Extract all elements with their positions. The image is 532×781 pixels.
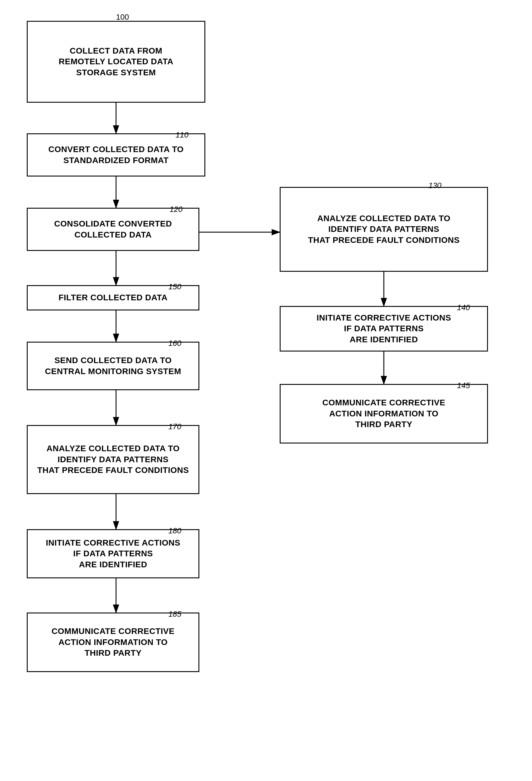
node-145-label: COMMUNICATE CORRECTIVE ACTION INFORMATIO… (322, 397, 445, 430)
node-160: SEND COLLECTED DATA TO CENTRAL MONITORIN… (27, 342, 200, 390)
node-110-label: CONVERT COLLECTED DATA TO STANDARDIZED F… (48, 144, 184, 166)
node-100: COLLECT DATA FROM REMOTELY LOCATED DATA … (27, 21, 205, 103)
label-160: 160 (168, 339, 181, 348)
label-180: 180 (168, 526, 181, 535)
node-140: INITIATE CORRECTIVE ACTIONS IF DATA PATT… (280, 306, 488, 352)
label-145: 145 (457, 381, 470, 390)
label-110: 110 (176, 130, 188, 139)
node-150-label: FILTER COLLECTED DATA (59, 292, 168, 303)
node-100-label: COLLECT DATA FROM REMOTELY LOCATED DATA … (59, 46, 173, 78)
node-145: COMMUNICATE CORRECTIVE ACTION INFORMATIO… (280, 384, 488, 444)
label-120: 120 (170, 205, 182, 214)
label-130: 130 (429, 181, 441, 190)
label-140: 140 (457, 303, 470, 312)
node-185: COMMUNICATE CORRECTIVE ACTION INFORMATIO… (27, 613, 200, 672)
label-100: 100 (116, 12, 129, 22)
node-180-label: INITIATE CORRECTIVE ACTIONS IF DATA PATT… (46, 538, 180, 570)
node-185-label: COMMUNICATE CORRECTIVE ACTION INFORMATIO… (51, 626, 174, 658)
node-160-label: SEND COLLECTED DATA TO CENTRAL MONITORIN… (45, 355, 181, 377)
node-120-label: CONSOLIDATE CONVERTED COLLECTED DATA (54, 218, 172, 240)
node-170-label: ANALYZE COLLECTED DATA TO IDENTIFY DATA … (37, 443, 189, 476)
node-130: ANALYZE COLLECTED DATA TO IDENTIFY DATA … (280, 187, 488, 272)
label-185: 185 (168, 610, 181, 619)
node-110: CONVERT COLLECTED DATA TO STANDARDIZED F… (27, 133, 205, 176)
node-180: INITIATE CORRECTIVE ACTIONS IF DATA PATT… (27, 529, 200, 578)
node-140-label: INITIATE CORRECTIVE ACTIONS IF DATA PATT… (317, 313, 451, 345)
node-130-label: ANALYZE COLLECTED DATA TO IDENTIFY DATA … (308, 213, 460, 246)
node-120: CONSOLIDATE CONVERTED COLLECTED DATA (27, 208, 200, 251)
label-170: 170 (168, 422, 181, 431)
node-170: ANALYZE COLLECTED DATA TO IDENTIFY DATA … (27, 425, 200, 494)
label-150: 150 (168, 282, 181, 291)
diagram-container: COLLECT DATA FROM REMOTELY LOCATED DATA … (0, 0, 532, 781)
